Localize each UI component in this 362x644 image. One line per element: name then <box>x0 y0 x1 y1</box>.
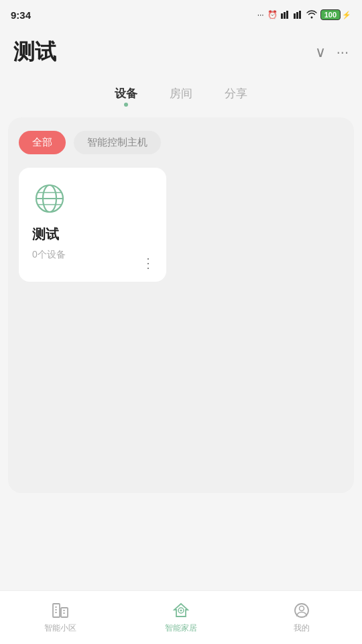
svg-rect-0 <box>281 13 283 19</box>
device-globe-icon <box>32 181 67 216</box>
tab-share[interactable]: 分享 <box>225 86 247 107</box>
content-area: 全部 智能控制主机 测试 0个设备 ⋮ <box>8 117 354 493</box>
svg-rect-11 <box>53 604 60 617</box>
svg-rect-5 <box>299 11 301 19</box>
nav-item-profile[interactable]: 我的 <box>241 601 362 634</box>
status-time: 9:34 <box>11 9 31 21</box>
svg-point-19 <box>180 610 182 612</box>
tab-devices[interactable]: 设备 <box>115 86 137 107</box>
header: 测试 ∨ ··· <box>0 30 362 72</box>
device-name: 测试 <box>32 225 153 244</box>
svg-rect-12 <box>61 608 68 617</box>
tab-rooms[interactable]: 房间 <box>170 86 192 107</box>
device-more-button[interactable]: ⋮ <box>141 255 156 271</box>
nav-label-home: 智能家居 <box>165 623 197 634</box>
more-options-icon[interactable]: ··· <box>337 44 349 61</box>
filter-all-button[interactable]: 全部 <box>19 131 66 154</box>
nav-label-community: 智能小区 <box>44 623 76 634</box>
wifi-icon <box>306 9 317 21</box>
svg-rect-3 <box>294 13 296 19</box>
nav-item-community[interactable]: 智能小区 <box>0 601 121 634</box>
filter-row: 全部 智能控制主机 <box>19 131 343 154</box>
battery-icon: 100 ⚡ <box>320 9 351 20</box>
device-count: 0个设备 <box>32 249 153 261</box>
svg-rect-4 <box>296 12 298 19</box>
filter-smart-controller-button[interactable]: 智能控制主机 <box>74 131 161 154</box>
signal-bar1-icon <box>281 9 290 21</box>
device-card: 测试 0个设备 ⋮ <box>19 168 166 282</box>
svg-rect-1 <box>284 12 286 19</box>
tab-bar: 设备 房间 分享 <box>0 72 362 107</box>
nav-item-home[interactable]: 智能家居 <box>121 601 241 634</box>
svg-rect-2 <box>286 11 288 19</box>
header-actions: ∨ ··· <box>315 44 349 61</box>
nav-label-profile: 我的 <box>294 623 310 634</box>
signal-dots-icon: ··· <box>257 10 264 19</box>
page-title: 测试 <box>13 38 56 67</box>
alarm-icon: ⏰ <box>267 10 278 19</box>
svg-point-21 <box>300 606 304 611</box>
signal-bar2-icon <box>294 9 303 21</box>
bottom-nav: 智能小区 智能家居 我的 <box>0 590 362 644</box>
chevron-down-icon[interactable]: ∨ <box>315 44 326 61</box>
status-bar: 9:34 ··· ⏰ 100 ⚡ <box>0 0 362 30</box>
status-icons: ··· ⏰ 100 ⚡ <box>257 9 351 21</box>
